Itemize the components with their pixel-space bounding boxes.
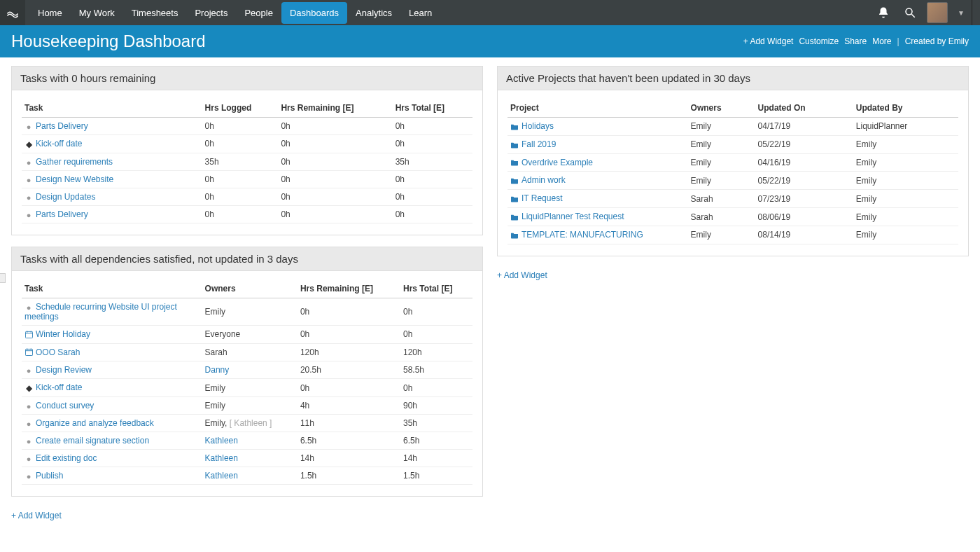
table-row: HolidaysEmily04/17/19LiquidPlanner — [507, 118, 958, 136]
task-link[interactable]: ●Schedule recurring Website UI project m… — [22, 298, 202, 325]
owner-link[interactable]: Kathleen — [202, 432, 298, 450]
owner-link[interactable]: Kathleen — [202, 467, 298, 485]
task-link[interactable]: Winter Holiday — [22, 325, 202, 343]
owner-cell: Emily — [688, 153, 755, 172]
col-updated-by: Updated By — [853, 99, 958, 118]
hrs-total: 14h — [400, 450, 472, 467]
table-row: ●PublishKathleen1.5h1.5h — [22, 467, 472, 485]
more-button[interactable]: More — [872, 36, 891, 46]
col-total: Hrs Total [E] — [400, 280, 472, 298]
hrs-remaining: 0h — [278, 153, 392, 170]
owner-link[interactable]: Kathleen — [202, 450, 298, 467]
nav-dashboards[interactable]: Dashboards — [281, 2, 347, 24]
folder-icon — [510, 158, 519, 167]
widget-active-projects: Active Projects that haven't been update… — [497, 66, 969, 256]
hrs-total: 120h — [400, 343, 472, 361]
task-link[interactable]: ●Parts Delivery — [22, 118, 202, 135]
hrs-remaining: 11h — [298, 415, 400, 432]
nav-mywork[interactable]: My Work — [71, 2, 123, 24]
project-link[interactable]: Holidays — [507, 118, 688, 136]
add-widget-button[interactable]: + Add Widget — [743, 36, 794, 46]
task-link[interactable]: OOO Sarah — [22, 343, 202, 361]
hrs-remaining: 0h — [278, 205, 392, 223]
task-link[interactable]: ●Organize and analyze feedback — [22, 415, 202, 432]
folder-icon — [510, 212, 519, 222]
nav-analytics[interactable]: Analytics — [347, 2, 400, 24]
hrs-remaining: 0h — [278, 118, 392, 135]
hrs-total: 0h — [393, 135, 472, 153]
col-owners: Owners — [688, 99, 755, 118]
table-row: ●Organize and analyze feedbackEmily, [ K… — [22, 415, 472, 432]
titlebar: Housekeeping Dashboard + Add Widget Cust… — [0, 25, 980, 57]
project-link[interactable]: Overdrive Example — [507, 153, 688, 172]
owner-link[interactable]: Danny — [202, 361, 298, 379]
updated-by: Emily — [853, 153, 958, 172]
project-link[interactable]: IT Request — [507, 190, 688, 208]
add-widget-link-left[interactable]: + Add Widget — [11, 511, 62, 520]
col-total: Hrs Total [E] — [393, 99, 472, 118]
notifications-icon[interactable] — [874, 3, 893, 22]
updated-on: 05/22/19 — [755, 135, 853, 153]
search-icon[interactable] — [900, 3, 920, 22]
hrs-remaining: 0h — [278, 170, 392, 188]
task-link[interactable]: ●Design New Website — [22, 170, 202, 188]
bullet-icon: ● — [24, 123, 33, 131]
nav-timesheets[interactable]: Timesheets — [123, 2, 187, 24]
nav-learn[interactable]: Learn — [400, 2, 440, 24]
milestone-icon: ◆ — [24, 139, 33, 149]
left-panel-handle[interactable] — [0, 273, 6, 283]
nav-home[interactable]: Home — [29, 2, 71, 24]
content-area: Tasks with 0 hours remaining Task Hrs Lo… — [0, 57, 980, 529]
table-row: ●Edit existing docKathleen14h14h — [22, 450, 472, 467]
calendar-icon — [24, 330, 33, 340]
task-link[interactable]: ●Publish — [22, 467, 202, 485]
milestone-icon: ◆ — [24, 383, 33, 393]
created-by-label[interactable]: Created by Emily — [905, 36, 969, 46]
owner-cell: Emily — [688, 172, 755, 190]
table-row: Admin workEmily05/22/19Emily — [507, 172, 958, 190]
owner-cell: Emily, [ Kathleen ] — [202, 415, 298, 432]
titlebar-actions: + Add Widget Customize Share More | Crea… — [743, 36, 969, 46]
folder-icon — [510, 230, 519, 240]
project-link[interactable]: Fall 2019 — [507, 135, 688, 153]
left-column: Tasks with 0 hours remaining Task Hrs Lo… — [11, 66, 483, 520]
updated-by: LiquidPlanner — [853, 118, 958, 136]
task-link[interactable]: ●Create email signature section — [22, 432, 202, 450]
updated-on: 05/22/19 — [755, 172, 853, 190]
task-link[interactable]: ●Edit existing doc — [22, 450, 202, 467]
share-button[interactable]: Share — [844, 36, 867, 46]
user-menu-caret-icon[interactable]: ▼ — [955, 9, 967, 17]
col-remaining: Hrs Remaining [E] — [298, 280, 400, 298]
task-link[interactable]: ●Design Review — [22, 361, 202, 379]
right-rail-handle[interactable] — [972, 0, 980, 25]
nav-projects[interactable]: Projects — [186, 2, 236, 24]
project-link[interactable]: LiquidPlanner Test Request — [507, 208, 688, 226]
col-logged: Hrs Logged — [202, 99, 279, 118]
add-widget-link-right[interactable]: + Add Widget — [497, 270, 547, 280]
bullet-icon: ● — [24, 472, 33, 481]
hrs-remaining: 14h — [298, 450, 400, 467]
task-link[interactable]: ◆Kick-off date — [22, 135, 202, 153]
hrs-remaining: 0h — [278, 188, 392, 205]
owner-cell: Emily — [688, 118, 755, 136]
top-nav: Home My Work Timesheets Projects People … — [0, 0, 980, 25]
svg-line-1 — [911, 14, 915, 18]
updated-on: 07/23/19 — [755, 190, 853, 208]
col-task: Task — [22, 280, 202, 298]
task-link[interactable]: ◆Kick-off date — [22, 379, 202, 397]
project-link[interactable]: TEMPLATE: MANUFACTURING — [507, 226, 688, 244]
task-link[interactable]: ●Design Updates — [22, 188, 202, 205]
owner-cell: Emily — [688, 135, 755, 153]
hrs-remaining: 0h — [278, 135, 392, 153]
project-link[interactable]: Admin work — [507, 172, 688, 190]
task-link[interactable]: ●Gather requirements — [22, 153, 202, 170]
hrs-total: 0h — [400, 379, 472, 397]
app-logo[interactable] — [0, 0, 25, 25]
customize-button[interactable]: Customize — [799, 36, 839, 46]
task-link[interactable]: ●Parts Delivery — [22, 205, 202, 223]
updated-on: 08/14/19 — [755, 226, 853, 244]
user-avatar[interactable] — [927, 2, 948, 23]
hrs-total: 6.5h — [400, 432, 472, 450]
nav-people[interactable]: People — [236, 2, 281, 24]
task-link[interactable]: ●Conduct survey — [22, 397, 202, 415]
